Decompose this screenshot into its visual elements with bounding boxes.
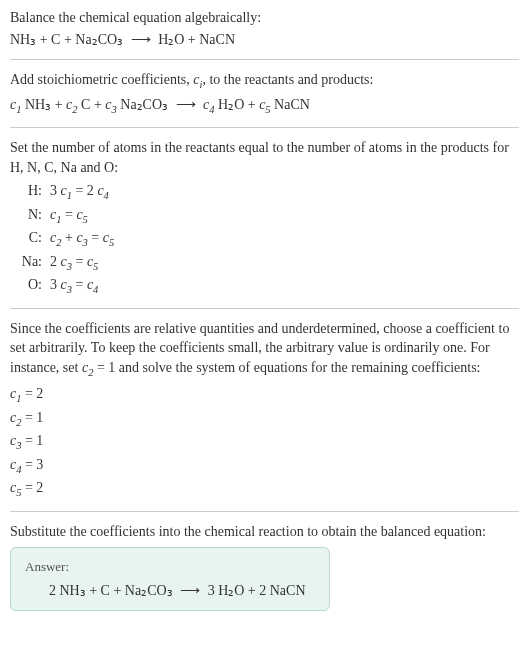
sp1: NH₃ + <box>21 97 66 112</box>
mid: = <box>72 254 87 269</box>
step1-text: Add stoichiometric coefficients, ci, to … <box>10 70 519 92</box>
atom-label: N: <box>14 205 42 225</box>
intro-section: Balance the chemical equation algebraica… <box>10 8 519 49</box>
step1-text-part2: , to the reactants and products: <box>202 72 373 87</box>
pre: 3 <box>50 277 61 292</box>
atom-row-o: O: 3 c3 = c4 <box>14 275 519 297</box>
cv: c4 <box>10 457 21 472</box>
atom-row-na: Na: 2 c3 = c5 <box>14 252 519 274</box>
atom-eq: c1 = c5 <box>50 205 88 227</box>
s: 5 <box>109 237 114 248</box>
sp2: C + <box>78 97 106 112</box>
sp3: Na₂CO₃ <box>117 97 168 112</box>
atom-equations-table: H: 3 c1 = 2 c4 N: c1 = c5 C: c2 + c3 = c… <box>14 181 519 297</box>
cv: c2 <box>10 410 21 425</box>
atom-eq: 2 c3 = c5 <box>50 252 98 274</box>
intro-eq-lhs: NH₃ + C + Na₂CO₃ <box>10 32 123 47</box>
s: 5 <box>83 214 88 225</box>
mid: = <box>72 277 87 292</box>
v: = 3 <box>21 457 43 472</box>
s: 4 <box>104 190 109 201</box>
v: = 2 <box>21 386 43 401</box>
divider <box>10 308 519 309</box>
v: = 1 <box>21 410 43 425</box>
cv: c1 <box>61 183 72 198</box>
divider <box>10 127 519 128</box>
posteq: = <box>88 230 103 245</box>
cv: c4 <box>87 277 98 292</box>
atom-row-n: N: c1 = c5 <box>14 205 519 227</box>
divider <box>10 59 519 60</box>
mid: = <box>61 207 76 222</box>
pre: 3 <box>50 183 61 198</box>
cv: c3 <box>10 433 21 448</box>
atom-label: C: <box>14 228 42 248</box>
pre: 2 <box>50 254 61 269</box>
answer-equation: 2 NH₃ + C + Na₂CO₃ ⟶ 3 H₂O + 2 NaCN <box>25 581 315 601</box>
coeff-row: c1 = 2 <box>10 384 519 406</box>
mid: = 2 <box>72 183 97 198</box>
step1-section: Add stoichiometric coefficients, ci, to … <box>10 70 519 117</box>
step3-text-part2: = 1 and solve the system of equations fo… <box>93 360 480 375</box>
c2: c2 <box>66 97 77 112</box>
coefficient-list: c1 = 2 c2 = 1 c3 = 1 c4 = 3 c5 = 2 <box>10 384 519 500</box>
arrow-icon: ⟶ <box>131 30 151 50</box>
sp5: NaCN <box>271 97 310 112</box>
cv: c3 <box>61 254 72 269</box>
cv: c1 <box>10 386 21 401</box>
cv: c1 <box>50 207 61 222</box>
s: 5 <box>93 261 98 272</box>
intro-equation: NH₃ + C + Na₂CO₃ ⟶ H₂O + NaCN <box>10 30 519 50</box>
v: = 1 <box>21 433 43 448</box>
cv: c5 <box>87 254 98 269</box>
coeff-row: c4 = 3 <box>10 455 519 477</box>
step4-section: Substitute the coefficients into the che… <box>10 522 519 611</box>
c2-var: c2 <box>82 360 93 375</box>
mid: + <box>61 230 76 245</box>
sp4: H₂O + <box>215 97 260 112</box>
cv: c2 <box>50 230 61 245</box>
atom-label: Na: <box>14 252 42 272</box>
c5: c5 <box>259 97 270 112</box>
step1-equation: c1 NH₃ + c2 C + c3 Na₂CO₃ ⟶ c4 H₂O + c5 … <box>10 95 519 117</box>
c1: c1 <box>10 97 21 112</box>
coeff-row: c3 = 1 <box>10 431 519 453</box>
answer-rhs: 3 H₂O + 2 NaCN <box>208 583 306 598</box>
intro-eq-rhs: H₂O + NaCN <box>158 32 235 47</box>
intro-text: Balance the chemical equation algebraica… <box>10 8 519 28</box>
arrow-icon: ⟶ <box>180 581 200 601</box>
cv: c4 <box>97 183 108 198</box>
cv: c5 <box>103 230 114 245</box>
answer-label: Answer: <box>25 558 315 576</box>
coeff-row: c2 = 1 <box>10 408 519 430</box>
divider <box>10 511 519 512</box>
v: = 2 <box>21 480 43 495</box>
step3-section: Since the coefficients are relative quan… <box>10 319 519 501</box>
answer-box: Answer: 2 NH₃ + C + Na₂CO₃ ⟶ 3 H₂O + 2 N… <box>10 547 330 611</box>
cv: c5 <box>10 480 21 495</box>
step3-text: Since the coefficients are relative quan… <box>10 319 519 381</box>
answer-lhs: 2 NH₃ + C + Na₂CO₃ <box>49 583 173 598</box>
step2-section: Set the number of atoms in the reactants… <box>10 138 519 298</box>
c3: c3 <box>105 97 116 112</box>
step2-text: Set the number of atoms in the reactants… <box>10 138 519 177</box>
atom-label: H: <box>14 181 42 201</box>
cv: c5 <box>76 207 87 222</box>
atom-eq: 3 c1 = 2 c4 <box>50 181 109 203</box>
cv: c3 <box>76 230 87 245</box>
step4-text: Substitute the coefficients into the che… <box>10 522 519 542</box>
atom-eq: 3 c3 = c4 <box>50 275 98 297</box>
atom-row-c: C: c2 + c3 = c5 <box>14 228 519 250</box>
coeff-row: c5 = 2 <box>10 478 519 500</box>
atom-eq: c2 + c3 = c5 <box>50 228 114 250</box>
cv: c3 <box>61 277 72 292</box>
atom-row-h: H: 3 c1 = 2 c4 <box>14 181 519 203</box>
arrow-icon: ⟶ <box>176 95 196 115</box>
s: 4 <box>93 284 98 295</box>
step1-text-part1: Add stoichiometric coefficients, <box>10 72 193 87</box>
atom-label: O: <box>14 275 42 295</box>
c4: c4 <box>203 97 214 112</box>
